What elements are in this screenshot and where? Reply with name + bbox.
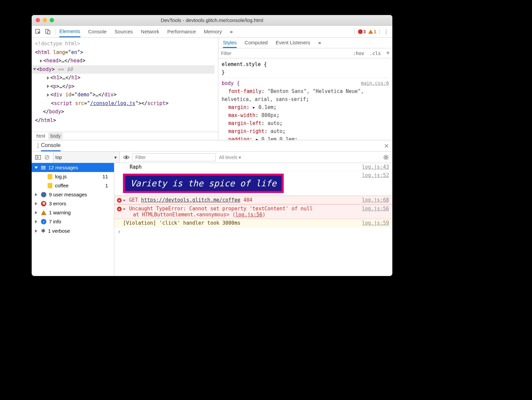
console-sidebar: 12 messages log.js11 coffee1 👤9 user mes… xyxy=(32,163,114,276)
sidebar-logjs[interactable]: log.js11 xyxy=(32,172,114,181)
body-close[interactable]: </body> xyxy=(35,108,215,116)
sidebar-messages[interactable]: 12 messages xyxy=(32,163,114,172)
log-message[interactable]: log.js:43 Raph xyxy=(114,163,392,171)
tab-console[interactable]: Console xyxy=(88,26,107,37)
warning-count-badge[interactable]: 1 xyxy=(368,29,376,34)
warning-count: 1 xyxy=(374,29,376,34)
head-tag[interactable]: <head>…</head> xyxy=(35,57,215,65)
tab-elements[interactable]: Elements xyxy=(59,26,80,37)
log-levels-select[interactable]: All levels ▾ xyxy=(219,155,241,160)
console-messages: log.js:43 Raph log.js:52 Variety is the … xyxy=(114,163,392,276)
body-rule[interactable]: main.css:6 body { font-family: "Benton S… xyxy=(222,78,389,140)
titlebar: DevTools - devtools.glitch.me/console/lo… xyxy=(32,15,392,26)
tab-styles[interactable]: Styles xyxy=(223,40,237,48)
menu-icon[interactable]: ⋮ xyxy=(383,29,389,35)
hov-toggle[interactable]: :hov xyxy=(350,51,367,56)
window-title: DevTools - devtools.glitch.me/console/lo… xyxy=(32,17,392,23)
breadcrumb-html[interactable]: html xyxy=(34,133,47,139)
svg-line-16 xyxy=(387,155,388,156)
sidebar-errors[interactable]: ✖3 errors xyxy=(32,199,114,208)
h1-tag[interactable]: <h1>…</h1> xyxy=(35,74,215,82)
svg-point-8 xyxy=(385,156,387,158)
svg-rect-2 xyxy=(48,31,50,34)
close-drawer-icon[interactable]: ✕ xyxy=(384,142,389,150)
source-link[interactable]: log.js:68 xyxy=(362,197,389,203)
styles-filter-input[interactable] xyxy=(218,49,350,57)
svg-line-15 xyxy=(384,158,385,159)
svg-rect-3 xyxy=(35,155,41,159)
user-icon: 👤 xyxy=(41,192,46,197)
error-count: 3 xyxy=(363,29,366,34)
p-tag[interactable]: <p>…</p> xyxy=(35,82,215,91)
div-tag[interactable]: <div id="demo">…</div> xyxy=(35,91,215,99)
console-toolbar: top▾ All levels ▾ xyxy=(32,152,392,163)
svg-line-14 xyxy=(387,158,388,159)
tab-network[interactable]: Network xyxy=(141,26,159,37)
html-close[interactable]: </html> xyxy=(35,116,215,125)
main-tabs: Elements Console Sources Network Perform… xyxy=(59,26,354,37)
drawer-tab-console[interactable]: Console xyxy=(41,140,61,151)
info-icon: i xyxy=(41,219,46,224)
verbose-icon: ✱ xyxy=(41,228,45,234)
source-link[interactable]: log.js:43 xyxy=(362,164,389,170)
device-icon[interactable] xyxy=(45,29,51,35)
html-tag[interactable]: <html lang="en"> xyxy=(35,48,215,57)
tab-sources[interactable]: Sources xyxy=(115,26,133,37)
warning-icon xyxy=(41,210,46,215)
inspect-icon[interactable] xyxy=(35,29,41,35)
network-error-message[interactable]: log.js:68 ▸ GET https://devtools.glitch.… xyxy=(114,196,392,204)
tab-performance[interactable]: Performance xyxy=(167,26,196,37)
devtools-window: DevTools - devtools.glitch.me/console/lo… xyxy=(32,15,392,276)
sidebar-verbose[interactable]: ✱1 verbose xyxy=(32,226,114,236)
console-prompt[interactable]: › xyxy=(114,227,392,236)
log-text: Raph xyxy=(123,164,142,170)
sidebar-messages-label: 12 messages xyxy=(48,165,78,170)
sidebar-warning[interactable]: 1 warning xyxy=(32,208,114,217)
svg-line-6 xyxy=(46,156,48,159)
sidebar-coffee[interactable]: coffee1 xyxy=(32,181,114,190)
banner-message[interactable]: log.js:52 Variety is the spice of life xyxy=(114,171,392,196)
error-icon: ✖ xyxy=(41,201,46,206)
tab-computed[interactable]: Computed xyxy=(245,40,268,48)
sidebar-info[interactable]: i7 info xyxy=(32,217,114,226)
live-expression-icon[interactable] xyxy=(123,155,129,160)
body-tag-selected[interactable]: <body> == $0 xyxy=(32,65,215,74)
error-count-badge[interactable]: 3 xyxy=(358,29,366,34)
tab-memory[interactable]: Memory xyxy=(204,26,222,37)
sidebar-toggle-icon[interactable] xyxy=(35,155,41,160)
dom-tree[interactable]: <!doctype html> <html lang="en"> <head>…… xyxy=(32,38,218,132)
clear-console-icon[interactable] xyxy=(44,155,50,160)
drawer-header: ⋮ Console ✕ xyxy=(32,140,392,152)
more-tabs-icon[interactable]: » xyxy=(230,29,233,34)
context-select[interactable]: top▾ xyxy=(53,152,120,163)
file-icon xyxy=(48,183,52,188)
css-source-link[interactable]: main.css:6 xyxy=(361,79,389,87)
styles-panel: Styles Computed Event Listeners » :hov .… xyxy=(218,38,392,140)
type-error-message[interactable]: log.js:56 ▸ Uncaught TypeError: Cannot s… xyxy=(114,204,392,219)
elements-panel: <!doctype html> <html lang="en"> <head>…… xyxy=(32,38,218,140)
doctype[interactable]: <!doctype html> xyxy=(35,40,215,48)
source-link[interactable]: log.js:59 xyxy=(362,220,389,226)
cls-toggle[interactable]: .cls xyxy=(367,51,384,56)
stack-link[interactable]: log.js:56 xyxy=(235,212,262,218)
drawer-menu-icon[interactable]: ⋮ xyxy=(35,143,41,149)
svg-point-7 xyxy=(125,156,127,158)
list-icon xyxy=(41,166,46,169)
script-tag[interactable]: <script src="/console/log.js"></script> xyxy=(35,99,215,108)
element-style-rule[interactable]: element.style {} xyxy=(222,60,389,76)
source-link[interactable]: log.js:56 xyxy=(362,206,389,212)
console-filter-input[interactable] xyxy=(132,153,216,161)
source-link[interactable]: log.js:52 xyxy=(362,172,389,178)
styled-log: Variety is the spice of life xyxy=(123,174,284,193)
css-rules[interactable]: element.style {} main.css:6 body { font-… xyxy=(218,58,392,140)
url-link[interactable]: https://devtools.glitch.me/coffee xyxy=(141,197,240,203)
breadcrumb-body[interactable]: body xyxy=(48,133,62,139)
svg-line-13 xyxy=(384,155,385,156)
sidebar-user-messages[interactable]: 👤9 user messages xyxy=(32,190,114,199)
console-settings-icon[interactable] xyxy=(383,154,389,160)
more-styles-tabs-icon[interactable]: » xyxy=(318,40,321,48)
violation-message[interactable]: log.js:59 [Violation] 'click' handler to… xyxy=(114,219,392,227)
new-rule-icon[interactable]: + xyxy=(383,50,392,57)
tab-event-listeners[interactable]: Event Listeners xyxy=(276,40,310,48)
main-toolbar: Elements Console Sources Network Perform… xyxy=(32,26,392,38)
